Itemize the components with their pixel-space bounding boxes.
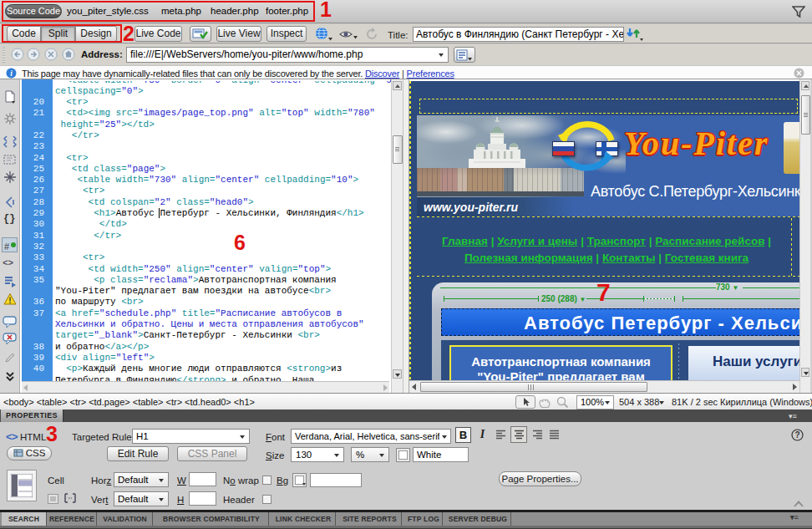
svg-text:i: i — [10, 69, 13, 78]
svg-text:?: ? — [794, 430, 799, 440]
